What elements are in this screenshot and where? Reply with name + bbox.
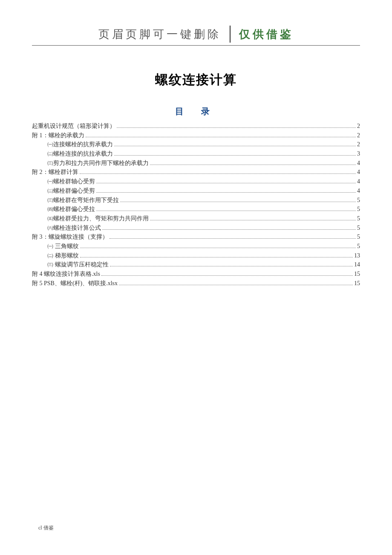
toc-label: 附 3：螺旋螺纹连接（支撑） bbox=[32, 232, 108, 242]
toc: 起重机设计规范（箱形梁计算）2附 1：螺栓的承载力2㈠连接螺栓的抗剪承载力2㈡螺… bbox=[32, 121, 360, 288]
toc-leader-dots bbox=[110, 238, 356, 239]
toc-leader-dots bbox=[150, 220, 356, 220]
toc-page-number: 15 bbox=[354, 279, 360, 288]
toc-leader-dots bbox=[80, 248, 356, 248]
toc-label: ㈣螺栓群偏心受拉 bbox=[47, 205, 95, 214]
toc-page-number: 4 bbox=[357, 168, 360, 177]
toc-label: ㈠连接螺栓的抗剪承载力 bbox=[47, 140, 113, 149]
toc-leader-dots bbox=[114, 146, 356, 146]
toc-leader-dots bbox=[96, 183, 356, 183]
toc-page-number: 14 bbox=[354, 260, 360, 269]
toc-leader-dots bbox=[96, 211, 356, 211]
toc-page-number: 5 bbox=[357, 205, 360, 214]
toc-row[interactable]: ㈢剪力和拉力共同作用下螺栓的承载力4 bbox=[32, 159, 360, 168]
toc-row[interactable]: ㈡螺栓连接的抗拉承载力3 bbox=[32, 149, 360, 159]
toc-row[interactable]: ㈠连接螺栓的抗剪承载力2 bbox=[32, 140, 360, 149]
toc-label: ㈢螺栓群在弯矩作用下受拉 bbox=[47, 196, 119, 205]
toc-label: ㈤螺栓群受拉力、弯矩和剪力共同作用 bbox=[47, 214, 149, 223]
header: 页眉页脚可一键删除 仅供借鉴 bbox=[32, 26, 360, 43]
toc-leader-dots bbox=[101, 275, 353, 276]
document-title: 螺纹连接计算 bbox=[32, 71, 360, 89]
toc-label: ㈡螺栓群偏心受剪 bbox=[47, 186, 95, 196]
toc-page-number: 4 bbox=[357, 186, 360, 196]
toc-label: ㈠ 三角螺纹 bbox=[47, 242, 79, 251]
toc-leader-dots bbox=[86, 137, 356, 137]
toc-label: ㈠螺栓群轴心受剪 bbox=[47, 177, 95, 186]
toc-page-number: 2 bbox=[357, 131, 360, 140]
toc-page-number: 5 bbox=[357, 223, 360, 233]
toc-page-number: 5 bbox=[357, 232, 360, 242]
toc-label: 附 4 螺纹连接计算表格.xls bbox=[32, 269, 100, 279]
toc-leader-dots bbox=[119, 285, 353, 285]
header-right-text: 仅供借鉴 bbox=[239, 27, 294, 42]
toc-label: ㈡螺栓连接的抗拉承载力 bbox=[47, 149, 113, 159]
toc-label: ㈢ 螺旋调节压杆稳定性 bbox=[47, 260, 109, 269]
toc-page-number: 2 bbox=[357, 140, 360, 149]
toc-row[interactable]: ㈠ 三角螺纹5 bbox=[32, 242, 360, 251]
toc-row[interactable]: ㈢螺栓群在弯矩作用下受拉5 bbox=[32, 196, 360, 205]
header-rule bbox=[32, 45, 360, 46]
toc-leader-dots bbox=[96, 192, 356, 193]
toc-page-number: 5 bbox=[357, 196, 360, 205]
toc-label: 附 5 PSB、螺栓(杆)、销联接.xlsx bbox=[32, 279, 118, 288]
toc-leader-dots bbox=[117, 127, 356, 128]
toc-label: 起重机设计规范（箱形梁计算） bbox=[32, 121, 115, 131]
toc-label: ㈢剪力和拉力共同作用下螺栓的承载力 bbox=[47, 159, 149, 168]
toc-row[interactable]: ㈤螺栓群受拉力、弯矩和剪力共同作用5 bbox=[32, 214, 360, 223]
toc-leader-dots bbox=[120, 202, 356, 202]
toc-row[interactable]: 附 2：螺栓群计算4 bbox=[32, 168, 360, 177]
toc-row[interactable]: 起重机设计规范（箱形梁计算）2 bbox=[32, 121, 360, 131]
toc-page-number: 13 bbox=[354, 251, 360, 260]
toc-leader-dots bbox=[80, 173, 356, 174]
header-divider bbox=[230, 26, 231, 43]
toc-row[interactable]: 附 1：螺栓的承载力2 bbox=[32, 131, 360, 140]
header-left-text: 页眉页脚可一键删除 bbox=[98, 27, 221, 42]
footer-text: cl 借鉴 bbox=[38, 524, 54, 532]
toc-row[interactable]: ㈡螺栓群偏心受剪4 bbox=[32, 186, 360, 196]
toc-page-number: 4 bbox=[357, 177, 360, 186]
toc-row[interactable]: 附 4 螺纹连接计算表格.xls15 bbox=[32, 269, 360, 279]
toc-label: 附 1：螺栓的承载力 bbox=[32, 131, 84, 140]
toc-page-number: 15 bbox=[354, 269, 360, 279]
toc-page-number: 2 bbox=[357, 121, 360, 131]
toc-leader-dots bbox=[102, 229, 356, 230]
toc-leader-dots bbox=[110, 266, 353, 266]
toc-row[interactable]: ㈣螺栓群偏心受拉5 bbox=[32, 205, 360, 214]
toc-row[interactable]: ㈥螺栓连接计算公式5 bbox=[32, 223, 360, 233]
toc-page-number: 5 bbox=[357, 242, 360, 251]
toc-label: ㈥螺栓连接计算公式 bbox=[47, 223, 101, 233]
toc-page-number: 4 bbox=[357, 159, 360, 168]
toc-row[interactable]: ㈢ 螺旋调节压杆稳定性14 bbox=[32, 260, 360, 269]
toc-leader-dots bbox=[114, 155, 356, 156]
toc-row[interactable]: ㈠螺栓群轴心受剪4 bbox=[32, 177, 360, 186]
toc-label: 附 2：螺栓群计算 bbox=[32, 168, 78, 177]
toc-row[interactable]: 附 5 PSB、螺栓(杆)、销联接.xlsx15 bbox=[32, 279, 360, 288]
toc-leader-dots bbox=[150, 165, 356, 165]
toc-leader-dots bbox=[80, 257, 353, 257]
toc-row[interactable]: 附 3：螺旋螺纹连接（支撑）5 bbox=[32, 232, 360, 242]
toc-row[interactable]: ㈡ 梯形螺纹13 bbox=[32, 251, 360, 260]
toc-heading: 目 录 bbox=[32, 106, 360, 117]
toc-page-number: 5 bbox=[357, 214, 360, 223]
toc-label: ㈡ 梯形螺纹 bbox=[47, 251, 79, 260]
toc-page-number: 3 bbox=[357, 149, 360, 159]
